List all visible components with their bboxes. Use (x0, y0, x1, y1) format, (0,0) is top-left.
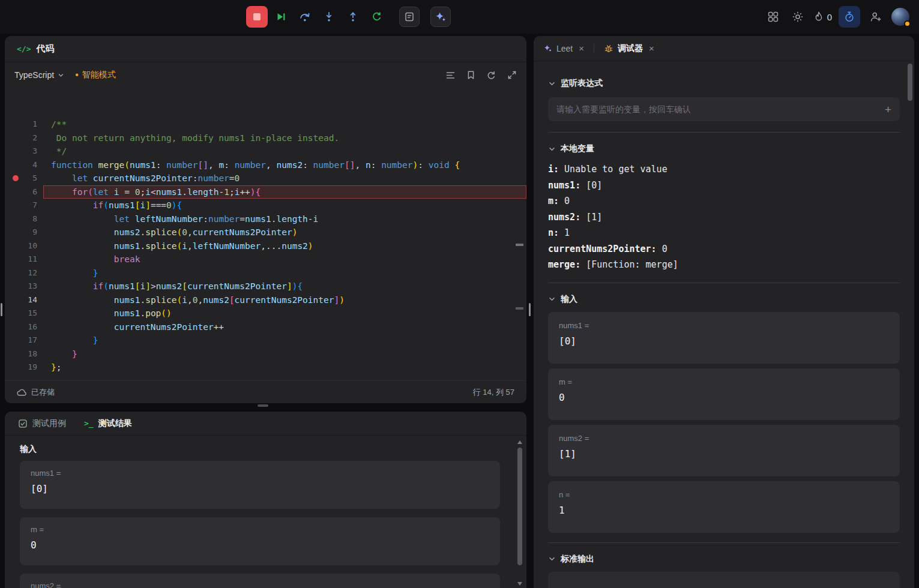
editor-gutter[interactable]: 16 (5, 320, 43, 334)
debugger-panel: Leet × 调试器 × 监听表达式 + 本地变量 i: Unable to g… (534, 36, 914, 588)
code-text[interactable]: currentNums2Pointer++ (43, 320, 526, 334)
code-text[interactable]: } (43, 347, 526, 361)
editor-gutter[interactable]: 15 (5, 307, 43, 320)
code-text[interactable]: if(nums1[i]>nums2[currentNums2Pointer]){ (43, 280, 526, 293)
editor-gutter[interactable]: 7 (5, 199, 43, 212)
code-text[interactable]: Do not return anything, modify nums1 in-… (43, 131, 526, 145)
editor-gutter[interactable]: 11 (5, 253, 43, 266)
code-text[interactable]: let currentNums2Pointer:number=0 (43, 172, 526, 185)
streak-counter[interactable]: 0 (813, 11, 832, 23)
continue-button[interactable] (270, 6, 292, 28)
tab-leet[interactable]: Leet × (543, 43, 584, 53)
panel-resize-handle[interactable] (529, 303, 531, 316)
layout-grid-icon (767, 11, 779, 23)
editor-gutter[interactable]: 17 (5, 334, 43, 347)
code-text[interactable]: function merge(nums1: number[], m: numbe… (43, 158, 526, 172)
input-section-header[interactable]: 输入 (548, 290, 900, 308)
step-over-button[interactable] (294, 6, 316, 28)
input-field[interactable]: nums1 =[0] (20, 461, 500, 509)
stdout-section-header[interactable]: 标准输出 (548, 550, 900, 568)
editor-gutter[interactable]: 9 (5, 226, 43, 239)
scrollbar-thumb[interactable] (517, 448, 522, 565)
step-into-button[interactable] (318, 6, 340, 28)
smart-mode-toggle[interactable]: • 智能模式 (75, 70, 116, 80)
bug-icon (604, 44, 613, 53)
code-text[interactable]: nums1.splice(i,0,nums2[currentNums2Point… (43, 293, 526, 307)
scroll-down-arrow[interactable] (517, 582, 522, 586)
code-text[interactable]: /** (43, 118, 526, 131)
line-number: 18 (28, 349, 37, 358)
input-field[interactable]: m =0 (20, 517, 500, 565)
language-selector[interactable]: TypeScript (14, 70, 64, 80)
editor-gutter[interactable]: 2 (5, 131, 43, 145)
editor-gutter[interactable]: 14 (5, 293, 43, 307)
editor-gutter[interactable]: 12 (5, 266, 43, 280)
editor-gutter[interactable]: 8 (5, 212, 43, 226)
input-field[interactable]: n =1 (548, 481, 900, 533)
editor-gutter[interactable]: 10 (5, 239, 43, 253)
ai-assistant-button[interactable] (430, 7, 451, 27)
editor-status-bar: 已存储 行 14, 列 57 (5, 380, 526, 403)
settings-button[interactable] (789, 8, 807, 26)
tab-test-results[interactable]: >_ 测试结果 (84, 418, 132, 429)
editor-gutter[interactable]: 1 (5, 118, 43, 131)
input-field[interactable]: nums1 =[0] (548, 312, 900, 364)
editor-gutter[interactable]: 19 (5, 361, 43, 374)
input-field-value: [0] (31, 483, 489, 494)
code-text[interactable]: for(let i = 0;i<nums1.length-1;i++){ (43, 185, 526, 199)
close-icon[interactable]: × (649, 43, 654, 53)
code-text[interactable]: if(nums1[i]===0){ (43, 199, 526, 212)
editor-gutter[interactable]: 4 (5, 158, 43, 172)
line-number: 14 (28, 295, 37, 304)
code-text[interactable]: nums1.splice(i,leftNumNumber,...nums2) (43, 239, 526, 253)
locals-section-header[interactable]: 本地变量 (548, 140, 900, 158)
code-text[interactable]: nums1.pop() (43, 307, 526, 320)
code-editor[interactable]: 1/**2 Do not return anything, modify num… (5, 88, 526, 401)
stop-button[interactable] (246, 6, 268, 28)
horizontal-resize-handle[interactable] (258, 404, 268, 407)
code-panel-title: 代码 (36, 43, 54, 55)
editor-gutter[interactable]: 5 (5, 172, 43, 185)
input-field-value: 0 (559, 392, 889, 403)
editor-gutter[interactable]: 18 (5, 347, 43, 361)
code-text[interactable]: nums2.splice(0,currentNums2Pointer) (43, 226, 526, 239)
scroll-up-arrow[interactable] (517, 440, 522, 444)
breakpoint-dot[interactable] (13, 175, 19, 181)
notes-button[interactable] (399, 7, 420, 27)
code-text[interactable]: break (43, 253, 526, 266)
code-text[interactable]: } (43, 266, 526, 280)
expand-button[interactable] (507, 70, 517, 80)
code-text[interactable]: */ (43, 145, 526, 158)
input-field[interactable]: nums2 =[1] (20, 574, 500, 588)
tab-test-cases[interactable]: 测试用例 (18, 418, 66, 429)
watch-input[interactable] (556, 104, 885, 114)
layout-grid-button[interactable] (764, 8, 782, 26)
input-field-value: [1] (559, 448, 889, 460)
bookmark-button[interactable] (466, 70, 475, 80)
timer-button[interactable] (839, 6, 860, 28)
input-field[interactable]: m =0 (548, 368, 900, 420)
add-watch-button[interactable]: + (885, 104, 891, 115)
avatar[interactable] (891, 8, 909, 26)
code-line: 11 break (5, 253, 526, 266)
close-icon[interactable]: × (579, 43, 584, 53)
editor-gutter[interactable]: 3 (5, 145, 43, 158)
editor-gutter[interactable]: 13 (5, 280, 43, 293)
code-lines: 1/**2 Do not return anything, modify num… (5, 118, 526, 374)
step-out-button[interactable] (342, 6, 364, 28)
code-text[interactable]: let leftNumNumber:number=nums1.length-i (43, 212, 526, 226)
chevron-down-icon (548, 145, 556, 153)
editor-gutter[interactable]: 6 (5, 185, 43, 199)
code-text[interactable]: } (43, 334, 526, 347)
restart-button[interactable] (366, 6, 388, 28)
tab-debugger[interactable]: 调试器 × (604, 43, 654, 54)
code-text[interactable]: }; (43, 361, 526, 374)
code-line: 4function merge(nums1: number[], m: numb… (5, 158, 526, 172)
input-field[interactable]: nums2 =[1] (548, 425, 900, 476)
format-code-button[interactable] (445, 71, 456, 80)
watch-section-header[interactable]: 监听表达式 (548, 74, 900, 92)
add-user-button[interactable] (867, 8, 885, 26)
scrollbar-thumb[interactable] (908, 64, 912, 101)
left-resize-handle[interactable] (1, 303, 2, 316)
reset-code-button[interactable] (486, 70, 496, 80)
